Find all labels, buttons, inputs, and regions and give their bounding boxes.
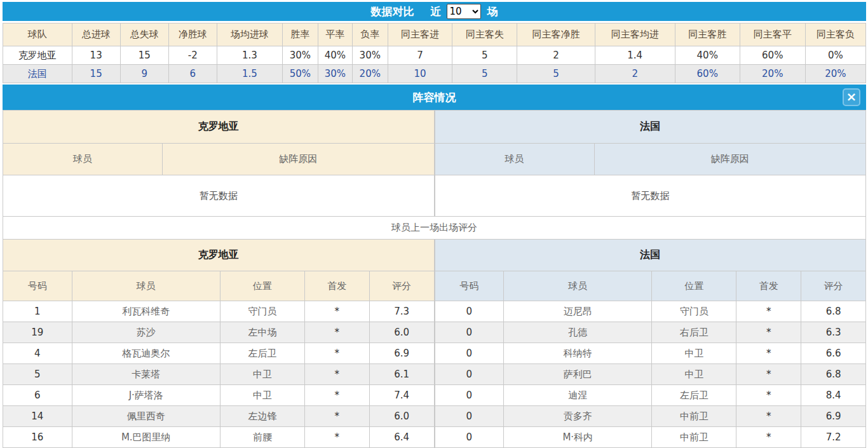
stat-cell: 1.3 <box>217 46 282 65</box>
player-name: 苏沙 <box>72 322 220 343</box>
stat-cell: 5 <box>452 65 517 83</box>
col-header-win-rate: 胜率 <box>282 24 318 46</box>
player-name: 萨利巴 <box>504 364 652 385</box>
stat-cell: 15 <box>72 65 120 83</box>
player-name: 佩里西奇 <box>72 406 220 427</box>
player-col-header: 球员 <box>435 144 594 175</box>
col-header-ha-win: 同主客胜 <box>675 24 740 46</box>
stat-cell: 2 <box>517 46 595 65</box>
position-col-header: 位置 <box>652 271 736 301</box>
player-rating: 7.2 <box>801 427 866 448</box>
lineup-empty-row: 暂无数据 <box>3 175 435 217</box>
player-rating: 6.4 <box>369 427 434 448</box>
starter-flag: * <box>304 364 369 385</box>
col-header-ha-diff: 同主客净胜 <box>517 24 595 46</box>
player-position: 守门员 <box>652 301 736 322</box>
player-rating: 6.8 <box>801 364 866 385</box>
col-header-total-conceded: 总失球 <box>120 24 168 46</box>
col-header-loss-rate: 负率 <box>352 24 388 46</box>
starter-flag: * <box>304 385 369 406</box>
stat-cell: 2 <box>595 65 675 83</box>
stat-cell: 60% <box>675 65 740 83</box>
page-container: 数据对比 近 10 场 球队 总进球 总失球 净胜球 场均进球 胜率 平率 负率… <box>0 0 868 448</box>
player-row: 0 科纳特 中卫 * 6.6 <box>435 343 866 364</box>
rating-col-header: 评分 <box>801 271 866 301</box>
player-rating: 6.3 <box>801 322 866 343</box>
starter-flag: * <box>304 406 369 427</box>
stat-cell: 10 <box>388 65 452 83</box>
team-header-row: 法国 <box>435 111 866 144</box>
stat-cell: 20% <box>740 65 805 83</box>
comparison-header-row: 球队 总进球 总失球 净胜球 场均进球 胜率 平率 负率 同主客进 同主客失 同… <box>3 24 866 46</box>
player-name: 利瓦科维奇 <box>72 301 220 322</box>
player-row: 5 卡莱塔 中卫 * 6.1 <box>3 364 435 385</box>
lineup-section-bar: 阵容情况 × <box>3 85 866 110</box>
player-rating: 6.8 <box>801 301 866 322</box>
player-rating: 6.0 <box>369 322 434 343</box>
lineup-subheader-row: 球员 缺阵原因 <box>3 144 435 175</box>
stat-cell: 30% <box>318 65 352 83</box>
lineup-subheader-row: 球员 缺阵原因 <box>435 144 866 175</box>
starter-flag: * <box>304 322 369 343</box>
data-comparison-bar: 数据对比 近 10 场 <box>3 2 866 21</box>
close-icon[interactable]: × <box>843 88 860 106</box>
player-name: 迪涅 <box>504 385 652 406</box>
player-position: 中卫 <box>652 364 736 385</box>
player-position: 左边锋 <box>220 406 304 427</box>
player-row: 19 苏沙 左中场 * 6.0 <box>3 322 435 343</box>
col-header-ha-draw: 同主客平 <box>740 24 805 46</box>
team-header-row: 法国 <box>435 240 866 271</box>
col-header-total-goals: 总进球 <box>72 24 120 46</box>
team-header-croatia: 克罗地亚 <box>3 111 435 144</box>
player-number: 4 <box>3 343 72 364</box>
player-position: 中卫 <box>220 385 304 406</box>
stat-cell: 40% <box>675 46 740 65</box>
number-col-header: 号码 <box>3 271 72 301</box>
player-position: 左后卫 <box>220 343 304 364</box>
player-number: 16 <box>3 427 72 448</box>
ratings-france-half: 法国 号码 球员 位置 首发 评分 0 迈尼昂 守门员 * <box>435 239 867 448</box>
ratings-croatia-table: 克罗地亚 号码 球员 位置 首发 评分 1 利瓦科维奇 守门员 <box>3 239 435 448</box>
player-name: 贡多齐 <box>504 406 652 427</box>
match-count-select[interactable]: 10 <box>447 4 481 19</box>
player-position: 右后卫 <box>652 322 736 343</box>
col-header-ha-loss: 同主客负 <box>805 24 865 46</box>
player-row: 1 利瓦科维奇 守门员 * 7.3 <box>3 301 435 322</box>
ratings-column-header-row: 号码 球员 位置 首发 评分 <box>3 271 435 301</box>
team-name-cell: 克罗地亚 <box>3 46 72 65</box>
player-position: 中前卫 <box>652 406 736 427</box>
stat-cell: 40% <box>318 46 352 65</box>
col-header-draw-rate: 平率 <box>318 24 352 46</box>
comparison-row-croatia: 克罗地亚 13 15 -2 1.3 30% 40% 30% 7 5 2 1.4 … <box>3 46 866 65</box>
ratings-section-title: 球员上一场出场评分 <box>3 217 866 239</box>
player-position: 左中场 <box>220 322 304 343</box>
player-position: 中卫 <box>220 364 304 385</box>
ratings-france-table: 法国 号码 球员 位置 首发 评分 0 迈尼昂 守门员 * <box>435 239 867 448</box>
starter-flag: * <box>736 322 801 343</box>
player-name: M.巴图里纳 <box>72 427 220 448</box>
ratings-croatia-half: 克罗地亚 号码 球员 位置 首发 评分 1 利瓦科维奇 守门员 <box>3 239 435 448</box>
starter-flag: * <box>736 385 801 406</box>
player-name: 科纳特 <box>504 343 652 364</box>
player-row: 0 迈尼昂 守门员 * 6.8 <box>435 301 866 322</box>
team-header-row: 克罗地亚 <box>3 111 435 144</box>
stat-cell: -2 <box>168 46 217 65</box>
no-data-text: 暂无数据 <box>3 175 435 217</box>
lineup-croatia-half: 克罗地亚 球员 缺阵原因 暂无数据 <box>3 110 435 217</box>
lineup-france-table: 法国 球员 缺阵原因 暂无数据 <box>435 110 867 217</box>
col-header-avg-goals: 场均进球 <box>217 24 282 46</box>
starter-flag: * <box>736 364 801 385</box>
player-rating: 8.4 <box>801 385 866 406</box>
player-col-header: 球员 <box>504 271 652 301</box>
player-number: 0 <box>435 427 504 448</box>
stat-cell: 1.4 <box>595 46 675 65</box>
stat-cell: 20% <box>352 65 388 83</box>
stat-cell: 5 <box>517 65 595 83</box>
stat-cell: 7 <box>388 46 452 65</box>
player-name: J·萨塔洛 <box>72 385 220 406</box>
number-col-header: 号码 <box>435 271 504 301</box>
team-header-croatia: 克罗地亚 <box>3 240 435 271</box>
player-name: 孔德 <box>504 322 652 343</box>
stat-cell: 1.5 <box>217 65 282 83</box>
player-col-header: 球员 <box>3 144 163 175</box>
